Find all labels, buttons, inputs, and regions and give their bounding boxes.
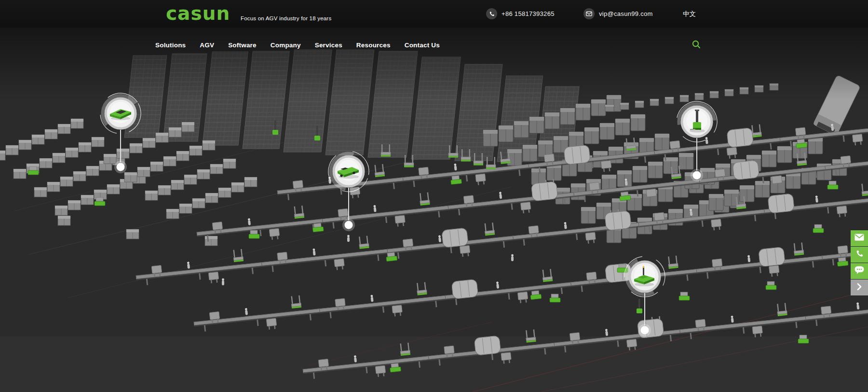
hotspot-marker — [308, 130, 390, 237]
tagline: Focus on AGV industry for 18 years — [241, 15, 331, 21]
phone-contact[interactable]: +86 15817393265 — [486, 0, 555, 28]
nav-item-contact-us[interactable]: Contact Us — [405, 41, 440, 50]
nav-item-solutions[interactable]: Solutions — [155, 41, 186, 50]
tugger-agv-hotspot[interactable] — [308, 130, 390, 237]
nav-item-company[interactable]: Company — [271, 41, 301, 50]
float-chat-button[interactable] — [851, 263, 868, 279]
nav-item-agv[interactable]: AGV — [200, 41, 214, 50]
main-nav: Solutions AGV Software Company Services … — [0, 28, 868, 52]
hotspot-marker — [80, 72, 162, 179]
lurking-agv-hotspot[interactable] — [80, 72, 162, 179]
nav-item-software[interactable]: Software — [228, 41, 257, 50]
chat-icon — [854, 266, 864, 276]
search-icon[interactable] — [691, 39, 704, 52]
hero — [0, 28, 868, 392]
hotspot-marker — [604, 236, 686, 342]
envelope-icon — [854, 234, 864, 243]
float-collapse-button[interactable] — [851, 280, 868, 295]
float-email-button[interactable] — [851, 230, 868, 246]
nav-item-resources[interactable]: Resources — [356, 41, 391, 50]
forklift-agv-hotspot[interactable] — [656, 81, 738, 187]
phone-icon — [486, 8, 497, 19]
email-address: vip@casun99.com — [599, 10, 653, 17]
phone-number: +86 15817393265 — [502, 10, 555, 17]
topbar: casun Focus on AGV industry for 18 years… — [0, 0, 868, 28]
logo[interactable]: casun — [166, 3, 230, 24]
floating-action-stack — [851, 230, 868, 296]
chevron-right-icon — [856, 283, 862, 293]
lidar-agv-hotspot[interactable] — [604, 236, 686, 342]
email-contact[interactable]: vip@casun99.com — [583, 0, 653, 28]
envelope-icon — [583, 8, 595, 19]
hotspot-marker — [656, 81, 738, 187]
phone-icon — [855, 250, 864, 260]
language-switch[interactable]: 中文 — [683, 0, 696, 28]
float-phone-button[interactable] — [851, 247, 868, 263]
nav-item-services[interactable]: Services — [315, 41, 342, 50]
